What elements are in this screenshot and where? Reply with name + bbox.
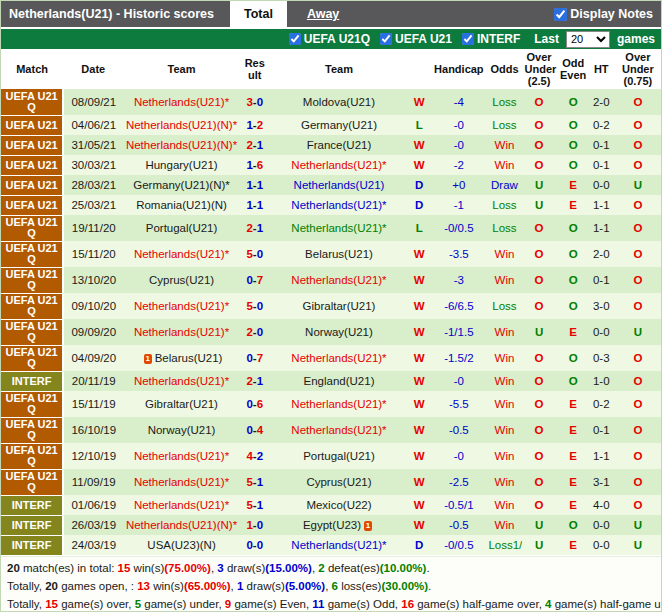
result-letter: W — [414, 519, 425, 531]
match-row: INTERF20/11/19Netherlands(U21)*2-1Englan… — [1, 371, 662, 391]
col-header-odds: Odds — [487, 49, 521, 89]
over-under-25-cell: O — [522, 391, 557, 417]
date-cell: 28/03/21 — [63, 175, 123, 195]
over-under-075-cell: O — [613, 241, 662, 267]
result-letter-cell: W — [408, 495, 430, 515]
date-cell: 15/11/20 — [63, 241, 123, 267]
over-under-25-value: U — [535, 539, 543, 551]
ht-score-cell: 0-0 — [590, 319, 613, 345]
match-row: UEFA U21Q16/10/19Norway(U21)0-4Netherlan… — [1, 417, 662, 443]
last-games-select[interactable]: 20 — [566, 31, 610, 48]
over-under-25-value: U — [535, 326, 543, 338]
odd-even-cell: E — [557, 319, 590, 345]
match-row: UEFA U21Q09/09/20Netherlands(U21)*2-0Nor… — [1, 319, 662, 345]
handicap-cell: -0 — [430, 135, 487, 155]
competition-cell: INTERF — [1, 371, 63, 391]
score-cell: 1-1 — [240, 175, 270, 195]
match-row: UEFA U21Q19/11/20Portugal(U21)2-1Netherl… — [1, 215, 662, 241]
ht-score: 0-1 — [593, 159, 610, 171]
team-name: France(U21) — [307, 139, 372, 151]
odds-result: Win — [495, 450, 515, 462]
result-letter: W — [414, 352, 425, 364]
team-name: Netherlands(U21)* — [134, 326, 229, 338]
team-name: Cyprus(U21) — [306, 476, 371, 488]
ht-score-cell: 1-1 — [590, 215, 613, 241]
team-name: Egypt(U23) — [303, 519, 361, 531]
col-header-team-away: Team — [270, 49, 408, 89]
result-letter-cell: L — [408, 215, 430, 241]
competition-cell: INTERF — [1, 535, 63, 555]
odd-even-cell: E — [557, 175, 590, 195]
date-cell: 19/11/20 — [63, 215, 123, 241]
summary-segment: draw(s) — [224, 562, 266, 574]
match-row: INTERF26/03/19Netherlands(U21)(N)*1-0Egy… — [1, 515, 662, 535]
home-team-cell: Netherlands(U21)* — [123, 371, 239, 391]
over-under-25-cell: O — [522, 443, 557, 469]
over-under-075-value: O — [633, 476, 642, 488]
result-letter: D — [415, 179, 423, 191]
handicap-value: -5.5 — [449, 398, 469, 410]
filter-uefa-u21-checkbox[interactable] — [380, 33, 392, 45]
away-score: 7 — [257, 352, 263, 364]
date-cell: 30/03/21 — [63, 155, 123, 175]
away-team-cell: Netherlands(U21)* — [270, 345, 408, 371]
home-team-cell: Netherlands(U21)* — [123, 495, 239, 515]
odds-result: Loss — [492, 96, 516, 108]
team-name: Moldova(U21) — [303, 96, 375, 108]
match-row: INTERF24/03/19USA(U23)(N)0-0Netherlands(… — [1, 535, 662, 555]
team-name: Romania(U21)(N) — [136, 199, 227, 211]
odds-result: Win — [495, 139, 515, 151]
over-under-075-value: O — [633, 139, 642, 151]
col-header-handicap: Handicap — [430, 49, 487, 89]
odd-even-value: E — [569, 476, 577, 488]
over-under-25-cell: U — [522, 535, 557, 555]
summary-segment: Totally, — [7, 598, 45, 610]
score-cell: 2-0 — [240, 319, 270, 345]
handicap-cell: -5.5 — [430, 391, 487, 417]
odds-result: Win — [495, 326, 515, 338]
home-team-cell: Netherlands(U21)(N)* — [123, 115, 239, 135]
match-row: UEFA U21Q13/10/20Cyprus(U21)0-7Netherlan… — [1, 267, 662, 293]
odds-cell: Win — [487, 391, 521, 417]
team-name: Netherlands(U21)* — [291, 274, 386, 286]
odd-even-value: O — [569, 222, 578, 234]
odd-even-value: O — [569, 375, 578, 387]
odd-even-cell: O — [557, 515, 590, 535]
odds-result: Win — [495, 398, 515, 410]
summary-segment: game(s) under, — [141, 598, 225, 610]
tab-away[interactable]: Away — [293, 1, 353, 27]
over-under-075-cell: U — [613, 515, 662, 535]
tab-total[interactable]: Total — [230, 1, 287, 27]
odds-cell: Win — [487, 495, 521, 515]
odd-even-value: O — [569, 139, 578, 151]
match-date: 30/03/21 — [71, 159, 116, 171]
summary-segment: games open, : — [58, 580, 137, 592]
filter-interf-checkbox[interactable] — [462, 33, 474, 45]
display-notes-checkbox[interactable] — [554, 8, 567, 21]
result-letter: W — [414, 398, 425, 410]
ht-score: 1-0 — [593, 375, 610, 387]
team-name: Norway(U21) — [305, 326, 373, 338]
over-under-25-value: U — [535, 519, 543, 531]
result-letter: W — [414, 499, 425, 511]
away-score: 0 — [257, 96, 263, 108]
odd-even-cell: O — [557, 135, 590, 155]
odds-result: Win — [495, 476, 515, 488]
ht-score: 4-0 — [593, 499, 610, 511]
over-under-25-cell: O — [522, 469, 557, 495]
match-date: 04/09/20 — [71, 352, 116, 364]
ht-score: 2-0 — [593, 96, 610, 108]
handicap-cell: -3 — [430, 267, 487, 293]
handicap-value: -1 — [454, 199, 464, 211]
ht-score: 3-0 — [593, 300, 610, 312]
handicap-cell: -2.5 — [430, 469, 487, 495]
page-title: Netherlands(U21) - Historic scores — [9, 7, 214, 21]
summary-segment: 15 — [45, 598, 58, 610]
filter-uefa-u21q-checkbox[interactable] — [289, 33, 301, 45]
odd-even-cell: O — [557, 115, 590, 135]
over-under-075-value: O — [633, 424, 642, 436]
odds-cell: Win — [487, 319, 521, 345]
away-score: 6 — [257, 398, 263, 410]
competition-cell: UEFA U21Q — [1, 319, 63, 345]
match-row: UEFA U21Q15/11/19Gibraltar(U21)0-6Nether… — [1, 391, 662, 417]
